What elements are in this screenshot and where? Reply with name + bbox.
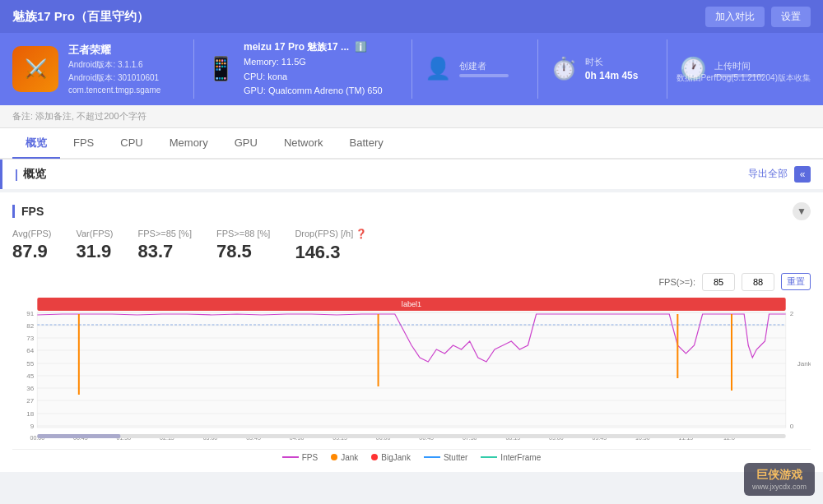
compare-button[interactable]: 加入对比 [705,7,765,27]
fps-chart-svg: label1 91 82 73 64 55 4 [12,296,811,444]
device-gpu: GPU: Qualcomm Adreno (TM) 650 [244,84,383,99]
watermark: 巨侠游戏 www.jxycdx.com [744,463,815,496]
creator-content: 创建者 [459,60,509,77]
fps-threshold1-input[interactable] [702,273,735,291]
legend-fps-line [282,456,299,458]
svg-rect-48 [37,434,785,438]
svg-text:Jank: Jank [797,360,811,368]
note-text: 备注: 添加备注, 不超过200个字符 [12,111,146,121]
fps-stat-var: Var(FPS) 31.9 [76,229,113,263]
legend-bigjank: BigJank [371,453,411,462]
info-bar: ⚔️ 王者荣耀 Android版本: 3.1.1.6 Android版本: 30… [0,33,823,105]
tab-cpu[interactable]: CPU [107,130,156,157]
svg-text:45: 45 [26,372,35,380]
game-bar: ⚔️ 王者荣耀 Android版本: 3.1.1.6 Android版本: 30… [0,33,823,105]
fps-85-label: FPS>=85 [%] [138,229,192,238]
page-title: 魅族17 Pro（百里守约） [12,9,149,25]
svg-text:18: 18 [26,410,35,418]
fps-88-value: 78.5 [216,241,270,262]
fps-stat-avg: Avg(FPS) 87.9 [12,229,51,263]
svg-text:82: 82 [26,322,35,330]
app-header: 魅族17 Pro（百里守约） 加入对比 设置 [0,0,823,33]
svg-text:27: 27 [26,397,35,405]
svg-text:9: 9 [30,423,35,430]
svg-text:73: 73 [26,335,35,342]
duration-value: 0h 14m 45s [585,70,639,81]
upload-label: 上传时间 [714,60,764,72]
data-source: 数据由PerfDog(5.1.210204)版本收集 [677,72,811,84]
creator-label: 创建者 [459,60,509,72]
tab-battery[interactable]: Battery [337,130,397,157]
fps-section-header: FPS ▼ [12,202,811,220]
game-package: com.tencent.tmgp.sgame [68,86,160,95]
legend-interframe-label: InterFrame [500,453,541,462]
device-name: meizu 17 Pro 魅族17 ... ℹ️ [244,39,383,55]
reset-button[interactable]: 重置 [781,273,811,290]
game-android-version2: Android版本: 301010601 [68,72,160,84]
main-content: | 概览 导出全部 « FPS ▼ Avg(FPS) 87.9 Var(FPS)… [0,160,823,472]
fps-threshold-label: FPS(>=): [658,277,695,287]
fps-stat-88: FPS>=88 [%] 78.5 [216,229,270,263]
collapse-overview-button[interactable]: « [794,166,811,183]
tab-network[interactable]: Network [271,130,337,157]
legend-stutter-line [424,456,440,458]
note-bar: 备注: 添加备注, 不超过200个字符 [0,105,823,128]
fps-stat-85: FPS>=85 [%] 83.7 [138,229,192,263]
tab-fps[interactable]: FPS [60,130,107,157]
tab-memory[interactable]: Memory [156,130,221,157]
svg-text:2: 2 [790,310,794,317]
device-info-icon[interactable]: ℹ️ [355,41,367,53]
creator-block: 👤 创建者 [412,39,521,99]
fps-threshold2-input[interactable] [742,273,774,291]
creator-icon: 👤 [425,56,451,81]
fps-stats: Avg(FPS) 87.9 Var(FPS) 31.9 FPS>=85 [%] … [12,229,811,263]
tab-gpu[interactable]: GPU [221,130,271,157]
tab-overview[interactable]: 概览 [12,129,60,159]
device-details: meizu 17 Pro 魅族17 ... ℹ️ Memory: 11.5G C… [244,39,383,99]
svg-text:64: 64 [26,347,35,354]
svg-text:label1: label1 [402,300,421,308]
overview-title: | 概览 [15,167,46,182]
device-icon: 📱 [207,55,235,82]
export-button[interactable]: 导出全部 [748,167,788,181]
game-name: 王者荣耀 [68,43,160,58]
overview-actions: 导出全部 « [748,166,811,183]
svg-text:55: 55 [26,360,35,368]
legend-fps: FPS [282,453,318,462]
game-details: 王者荣耀 Android版本: 3.1.1.6 Android版本: 30101… [68,43,160,95]
legend-stutter: Stutter [424,453,467,462]
legend-interframe: InterFrame [481,453,541,462]
legend-bigjank-label: BigJank [381,453,411,462]
legend-fps-label: FPS [302,453,318,462]
creator-value [459,74,509,77]
fps-avg-label: Avg(FPS) [12,229,51,238]
fps-drop-label: Drop(FPS) [/h] ❓ [295,229,367,239]
game-info: ⚔️ 王者荣耀 Android版本: 3.1.1.6 Android版本: 30… [12,39,177,99]
duration-content: 时长 0h 14m 45s [585,56,639,81]
legend-interframe-line [481,456,497,458]
legend-stutter-label: Stutter [444,453,467,462]
device-cpu: CPU: kona [244,70,383,85]
fps-section: FPS ▼ Avg(FPS) 87.9 Var(FPS) 31.9 FPS>=8… [0,192,823,472]
settings-button[interactable]: 设置 [771,7,811,27]
fps-88-label: FPS>=88 [%] [216,229,270,238]
duration-label: 时长 [585,56,639,68]
header-actions: 加入对比 设置 [705,7,811,27]
collapse-fps-button[interactable]: ▼ [793,202,811,220]
fps-chart: label1 91 82 73 64 55 4 [12,296,811,444]
fps-var-label: Var(FPS) [76,229,113,238]
device-block: 📱 meizu 17 Pro 魅族17 ... ℹ️ Memory: 11.5G… [193,39,395,99]
fps-85-value: 83.7 [138,241,192,262]
watermark-title: 巨侠游戏 [752,468,807,483]
legend-bigjank-dot [371,454,378,460]
watermark-box: 巨侠游戏 www.jxycdx.com [744,463,815,496]
tab-bar: 概览 FPS CPU Memory GPU Network Battery [0,128,823,160]
overview-section-header: | 概览 导出全部 « [0,160,823,189]
game-android-version: Android版本: 3.1.1.6 [68,59,160,71]
svg-text:91: 91 [26,310,35,317]
duration-block: ⏱️ 时长 0h 14m 45s [537,39,651,99]
svg-rect-49 [37,434,120,438]
fps-stat-drop: Drop(FPS) [/h] ❓ 146.3 [295,229,367,263]
fps-drop-value: 146.3 [295,242,367,263]
upload-block: 🕐 上传时间 [667,39,776,99]
